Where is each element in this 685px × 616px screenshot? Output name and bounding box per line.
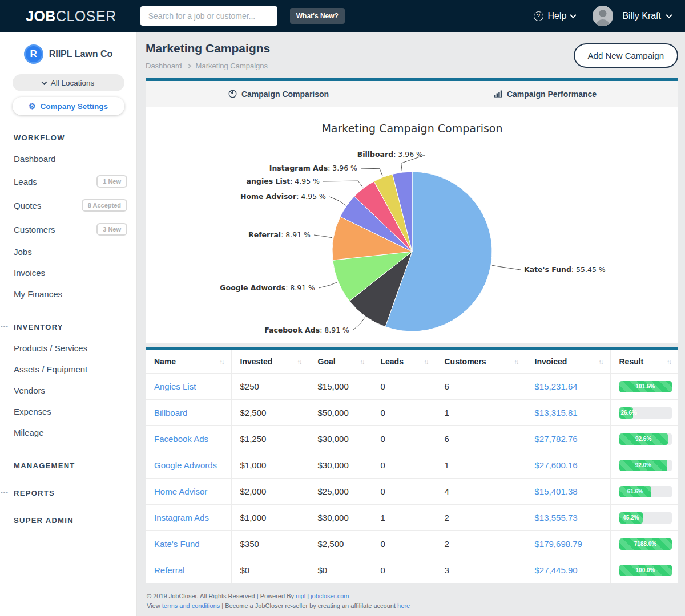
column-header-result[interactable]: Result↑↓ bbox=[610, 350, 678, 374]
invoiced-link[interactable]: $179,698.79 bbox=[535, 539, 582, 549]
sort-icon[interactable]: ↑↓ bbox=[514, 358, 518, 365]
section-label-super-admin[interactable]: SUPER ADMIN bbox=[14, 516, 74, 525]
column-label: Invoiced bbox=[535, 357, 567, 366]
campaign-name-link[interactable]: Kate's Fund bbox=[154, 539, 200, 549]
label-connector-line bbox=[319, 282, 337, 288]
campaign-table-card: Name↑↓Invested↑↓Goal↑↓Leads↑↓Customers↑↓… bbox=[146, 347, 678, 583]
user-avatar[interactable] bbox=[593, 6, 613, 26]
column-header-leads[interactable]: Leads↑↓ bbox=[372, 350, 436, 374]
sort-icon[interactable]: ↑↓ bbox=[599, 358, 603, 365]
column-header-invested[interactable]: Invested↑↓ bbox=[231, 350, 309, 374]
sort-icon[interactable]: ↑↓ bbox=[297, 358, 301, 365]
footer-divider: | bbox=[307, 593, 309, 599]
campaign-name-link[interactable]: Home Advisor bbox=[154, 487, 207, 496]
search-input[interactable] bbox=[140, 6, 277, 26]
page-title: Marketing Campaigns bbox=[146, 42, 270, 55]
invoiced-link[interactable]: $15,231.64 bbox=[535, 382, 578, 391]
invested-value: $2,500 bbox=[240, 408, 267, 418]
section-label-inventory[interactable]: INVENTORY bbox=[14, 323, 63, 331]
campaign-name-link[interactable]: Referral bbox=[154, 565, 184, 575]
campaign-name-link[interactable]: Facebook Ads bbox=[154, 434, 208, 444]
breadcrumb-dashboard[interactable]: Dashboard bbox=[146, 62, 182, 70]
invested-value: $1,000 bbox=[240, 513, 267, 522]
goal-value-cell: $30,000 bbox=[309, 452, 372, 479]
leads-value: 0 bbox=[381, 565, 385, 575]
campaign-name-link[interactable]: Google Adwords bbox=[154, 460, 217, 470]
sidebar-item-quotes[interactable]: Quotes8 Accepted bbox=[14, 193, 136, 217]
sidebar-item-vendors[interactable]: Vendors bbox=[14, 380, 136, 401]
invoiced-link[interactable]: $13,315.81 bbox=[535, 408, 578, 418]
progress-label: 26.6% bbox=[621, 407, 637, 419]
column-header-invoiced[interactable]: Invoiced↑↓ bbox=[526, 350, 610, 374]
logo-text-light: CLOSER bbox=[56, 8, 116, 24]
campaign-name-link-cell: Home Advisor bbox=[146, 479, 231, 505]
sidebar-item-my-finances[interactable]: My Finances bbox=[14, 283, 136, 305]
leads-value-cell: 0 bbox=[372, 557, 436, 583]
terms-link[interactable]: terms and conditions bbox=[162, 602, 220, 609]
column-header-name[interactable]: Name↑↓ bbox=[146, 350, 231, 374]
sort-icon[interactable]: ↑↓ bbox=[360, 358, 364, 365]
invoiced-link[interactable]: $27,445.90 bbox=[535, 565, 578, 575]
pie-label-angies-list: angies List: 4.95 % bbox=[247, 177, 320, 185]
user-menu[interactable]: Billy Kraft bbox=[622, 11, 671, 21]
company-settings-label: Company Settings bbox=[41, 102, 108, 111]
section-label-reports[interactable]: REPORTS bbox=[14, 489, 55, 497]
campaign-comparison-card: Campaign Comparison Campaign Performance bbox=[146, 78, 678, 343]
bar-chart-icon bbox=[494, 90, 502, 98]
pie-label-name: Kate's Fund bbox=[524, 265, 571, 274]
invested-value-cell: $1,000 bbox=[231, 505, 309, 531]
progress-fill: 92.6% bbox=[619, 433, 668, 445]
invested-value: $1,250 bbox=[240, 434, 267, 444]
result-cell: 61.6% bbox=[610, 479, 678, 505]
pie-label-facebook-ads: Facebook Ads: 8.91 % bbox=[264, 326, 349, 334]
column-header-goal[interactable]: Goal↑↓ bbox=[309, 350, 372, 374]
column-label: Invested bbox=[240, 357, 273, 366]
table-row-instagram-ads: Instagram Ads$1,000$30,00012$13,555.7345… bbox=[146, 505, 678, 531]
campaign-name-link[interactable]: Instagram Ads bbox=[154, 513, 209, 522]
section-label-workflow[interactable]: WORKFLOW bbox=[14, 133, 65, 142]
sidebar-item-customers[interactable]: Customers3 New bbox=[14, 217, 136, 241]
invested-value-cell: $1,250 bbox=[231, 426, 309, 452]
sidebar-item-expenses[interactable]: Expenses bbox=[14, 401, 136, 422]
jobcloser-link[interactable]: jobcloser.com bbox=[311, 593, 349, 599]
invoiced-link[interactable]: $13,555.73 bbox=[535, 513, 578, 522]
progress-label: 101.5% bbox=[636, 381, 655, 392]
sidebar-item-dashboard[interactable]: Dashboard bbox=[14, 148, 136, 169]
invoiced-link[interactable]: $27,782.76 bbox=[535, 434, 578, 444]
whats-new-button[interactable]: What's New? bbox=[290, 8, 345, 24]
sidebar-item-jobs[interactable]: Jobs bbox=[14, 241, 136, 262]
sidebar-item-label: Quotes bbox=[14, 201, 41, 210]
sort-icon[interactable]: ↑↓ bbox=[424, 358, 428, 365]
leads-value: 0 bbox=[381, 382, 385, 391]
customers-value-cell: 3 bbox=[436, 557, 526, 583]
campaign-name-link[interactable]: Billboard bbox=[154, 408, 187, 418]
company-settings-button[interactable]: ⚙ Company Settings bbox=[13, 97, 124, 115]
section-label-management[interactable]: MANAGEMENT bbox=[14, 461, 75, 470]
progress-label: 92.0% bbox=[635, 460, 651, 471]
sidebar-item-assets-equipment[interactable]: Assets / Equipment bbox=[14, 359, 136, 380]
pie-label-home-advisor: Home Advisor: 4.95 % bbox=[240, 192, 326, 201]
sidebar-item-label: Invoices bbox=[14, 268, 45, 278]
invoiced-link[interactable]: $27,600.16 bbox=[535, 460, 578, 470]
campaign-name-link[interactable]: Angies List bbox=[154, 382, 196, 391]
sort-icon[interactable]: ↑↓ bbox=[220, 358, 224, 365]
sidebar-item-products-services[interactable]: Products / Services bbox=[14, 338, 136, 359]
tab-campaign-performance[interactable]: Campaign Performance bbox=[412, 81, 678, 107]
tab-campaign-comparison[interactable]: Campaign Comparison bbox=[146, 81, 412, 107]
top-navigation-bar: JOBCLOSER What's New? ? Help Billy Kraft bbox=[0, 0, 685, 32]
sidebar-item-invoices[interactable]: Invoices bbox=[14, 262, 136, 283]
app-logo[interactable]: JOBCLOSER bbox=[26, 8, 116, 25]
column-header-customers[interactable]: Customers↑↓ bbox=[436, 350, 526, 374]
here-link[interactable]: here bbox=[397, 602, 410, 609]
sidebar-item-leads[interactable]: Leads1 New bbox=[14, 169, 136, 193]
goal-value: $30,000 bbox=[318, 460, 349, 470]
sidebar-item-mileage[interactable]: Mileage bbox=[14, 422, 136, 443]
help-menu[interactable]: ? Help bbox=[534, 11, 576, 21]
riipl-link[interactable]: riipl bbox=[296, 593, 305, 599]
goal-value: $30,000 bbox=[318, 513, 349, 522]
sort-icon[interactable]: ↑↓ bbox=[667, 358, 671, 365]
pie-label-value: : 4.95 % bbox=[296, 192, 326, 201]
invoiced-link[interactable]: $15,401.38 bbox=[535, 487, 578, 496]
all-locations-dropdown[interactable]: All Locations bbox=[13, 74, 124, 91]
add-new-campaign-button[interactable]: Add New Campaign bbox=[574, 43, 678, 68]
